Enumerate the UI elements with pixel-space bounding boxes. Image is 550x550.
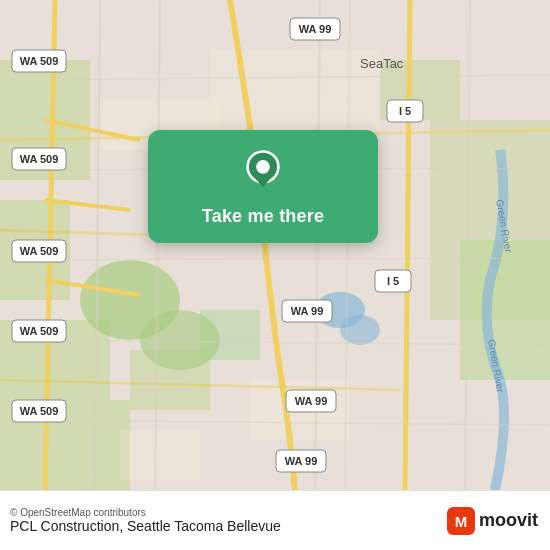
location-name: PCL Construction, Seattle Tacoma Bellevu…: [10, 518, 281, 534]
moovit-logo: M moovit: [447, 507, 538, 535]
map-attribution: © OpenStreetMap contributors: [10, 507, 281, 518]
moovit-label: moovit: [479, 510, 538, 531]
location-pin-icon: [239, 148, 287, 196]
bottom-info: © OpenStreetMap contributors PCL Constru…: [10, 507, 281, 534]
svg-rect-17: [120, 430, 200, 480]
svg-text:WA 509: WA 509: [20, 405, 59, 417]
svg-text:WA 99: WA 99: [299, 23, 332, 35]
bottom-bar: © OpenStreetMap contributors PCL Constru…: [0, 490, 550, 550]
svg-text:WA 99: WA 99: [295, 395, 328, 407]
popup-card: Take me there: [148, 130, 378, 243]
svg-text:I 5: I 5: [399, 105, 411, 117]
svg-point-11: [140, 310, 220, 370]
svg-text:SeaTac: SeaTac: [360, 56, 404, 71]
svg-text:WA 99: WA 99: [291, 305, 324, 317]
svg-text:WA 509: WA 509: [20, 55, 59, 67]
svg-point-62: [256, 160, 270, 174]
moovit-icon: M: [447, 507, 475, 535]
svg-text:I 5: I 5: [387, 275, 399, 287]
svg-text:WA 509: WA 509: [20, 245, 59, 257]
svg-text:WA 509: WA 509: [20, 153, 59, 165]
map-area: WA 509 WA 509 WA 509 WA 509 WA 509 WA 99…: [0, 0, 550, 490]
svg-text:WA 99: WA 99: [285, 455, 318, 467]
svg-text:WA 509: WA 509: [20, 325, 59, 337]
svg-text:M: M: [455, 513, 468, 530]
svg-rect-9: [460, 240, 550, 380]
take-me-there-button[interactable]: Take me there: [202, 206, 324, 227]
svg-rect-14: [210, 50, 380, 130]
